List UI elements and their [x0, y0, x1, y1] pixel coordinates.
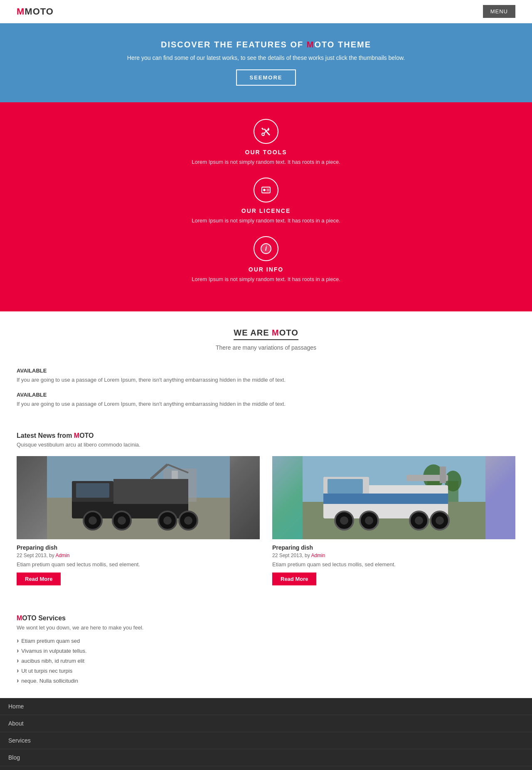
- read-more-button-1[interactable]: Read More: [17, 573, 61, 585]
- available-title-2: AVAILABLE: [17, 392, 515, 398]
- svg-point-27: [184, 516, 192, 525]
- svg-rect-40: [440, 466, 446, 483]
- nav-about[interactable]: About: [0, 715, 532, 732]
- available-title-1: AVAILABLE: [17, 368, 515, 374]
- svg-rect-38: [323, 494, 448, 504]
- info-desc: Lorem Ipsum is not simply random text. I…: [8, 276, 524, 282]
- tools-desc: Lorem Ipsum is not simply random text. I…: [8, 159, 524, 165]
- footer-nav: Home About Services Blog Contact: [0, 698, 532, 770]
- info-title: OUR INFO: [8, 266, 524, 273]
- svg-text:i: i: [265, 245, 267, 252]
- services-desc: We wont let you down, we are here to mak…: [17, 624, 515, 631]
- info-icon-circle: i: [254, 236, 278, 261]
- news-image-1: [17, 456, 260, 539]
- truck-image-2: [303, 456, 485, 539]
- news-grid: Preparing dish 22 Sept 2013, by Admin Et…: [17, 456, 515, 585]
- tools-title: OUR TOOLS: [8, 149, 524, 155]
- we-are-title: WE ARE MOTO: [234, 328, 298, 340]
- available-item-2: AVAILABLE If you are going to use a pass…: [17, 392, 515, 408]
- tools-icon: [260, 126, 272, 137]
- svg-point-48: [436, 516, 444, 525]
- we-are-subtitle: There are many variations of passages: [8, 344, 524, 351]
- services-m: M: [17, 615, 22, 622]
- licence-desc: Lorem Ipsum is not simply random text. I…: [8, 217, 524, 224]
- svg-point-3: [263, 189, 266, 191]
- hero-title-m: M: [307, 40, 315, 49]
- services-title: MOTO Services: [17, 615, 515, 622]
- nav-home[interactable]: Home: [0, 698, 532, 715]
- nav-contact[interactable]: Contact: [0, 766, 532, 770]
- hero-title: DISCOVER THE FEATURES OF MOTO THEME: [8, 40, 524, 49]
- news-subtitle: Quisque vestibulum arcu at libero commod…: [17, 442, 515, 448]
- services-list: Etiam pretium quam sed Vivamus in vulput…: [17, 636, 515, 686]
- we-are-m: M: [272, 328, 279, 337]
- licence-icon-circle: [254, 178, 278, 202]
- news-card-2-title: Preparing dish: [272, 544, 515, 551]
- latest-news-section: Latest News from MOTO Quisque vestibulum…: [0, 424, 532, 606]
- svg-rect-37: [328, 479, 363, 494]
- logo-m: M: [17, 6, 25, 17]
- nav-blog[interactable]: Blog: [0, 749, 532, 766]
- available-text-2: If you are going to use a passage of Lor…: [17, 400, 515, 408]
- service-item-2: Vivamus in vulputate tellus.: [17, 646, 515, 656]
- available-section: AVAILABLE If you are going to use a pass…: [0, 359, 532, 424]
- tools-icon-circle: [254, 119, 278, 144]
- news-card-2-desc: Etiam pretium quam sed lectus mollis, se…: [272, 561, 515, 568]
- svg-point-25: [163, 516, 172, 525]
- svg-point-46: [415, 516, 423, 525]
- hero-description: Here you can find some of our latest wor…: [8, 54, 524, 61]
- news-card-1-desc: Etiam pretium quam sed lectus mollis, se…: [17, 561, 260, 568]
- menu-button[interactable]: MENU: [483, 5, 515, 18]
- header: MMOTO MENU: [0, 0, 532, 23]
- svg-rect-13: [172, 471, 178, 479]
- news-image-2: [272, 456, 515, 539]
- news-card-1-meta: 22 Sept 2013, by Admin: [17, 553, 260, 558]
- features-section: OUR TOOLS Lorem Ipsum is not simply rand…: [0, 102, 532, 311]
- svg-point-23: [118, 516, 126, 525]
- read-more-button-2[interactable]: Read More: [272, 573, 316, 585]
- nav-services[interactable]: Services: [0, 732, 532, 749]
- we-are-section: WE ARE MOTO There are many variations of…: [0, 311, 532, 359]
- available-item-1: AVAILABLE If you are going to use a pass…: [17, 368, 515, 384]
- licence-icon: [260, 184, 272, 196]
- news-card-1-author: Admin: [55, 553, 69, 558]
- logo: MMOTO: [17, 6, 54, 17]
- news-card-1-title: Preparing dish: [17, 544, 260, 551]
- feature-licence: OUR LICENCE Lorem Ipsum is not simply ra…: [8, 178, 524, 224]
- news-title: Latest News from MOTO: [17, 432, 515, 439]
- feature-info: i OUR INFO Lorem Ipsum is not simply ran…: [8, 236, 524, 282]
- news-card-2-author: Admin: [311, 553, 325, 558]
- info-icon: i: [260, 243, 272, 254]
- feature-tools: OUR TOOLS Lorem Ipsum is not simply rand…: [8, 119, 524, 165]
- service-item-5: neque. Nulla sollicitudin: [17, 676, 515, 686]
- services-section: MOTO Services We wont let you down, we a…: [0, 606, 532, 698]
- news-card-2-meta: 22 Sept 2013, by Admin: [272, 553, 515, 558]
- news-card-2: Preparing dish 22 Sept 2013, by Admin Et…: [272, 456, 515, 585]
- hero-section: DISCOVER THE FEATURES OF MOTO THEME Here…: [0, 23, 532, 102]
- service-item-4: Ut ut turpis nec turpis: [17, 666, 515, 676]
- service-item-3: aucibus nibh, id rutrum elit: [17, 656, 515, 666]
- available-text-1: If you are going to use a passage of Lor…: [17, 376, 515, 384]
- see-more-button[interactable]: SEEMORE: [236, 69, 296, 86]
- svg-rect-17: [113, 479, 188, 504]
- licence-title: OUR LICENCE: [8, 207, 524, 214]
- news-card-1: Preparing dish 22 Sept 2013, by Admin Et…: [17, 456, 260, 585]
- svg-point-44: [365, 516, 373, 525]
- svg-point-21: [89, 516, 97, 525]
- service-item-1: Etiam pretium quam sed: [17, 636, 515, 646]
- news-brand: MOTO: [74, 432, 94, 439]
- svg-point-42: [340, 516, 348, 525]
- svg-rect-16: [76, 483, 109, 498]
- truck-image-1: [47, 456, 230, 539]
